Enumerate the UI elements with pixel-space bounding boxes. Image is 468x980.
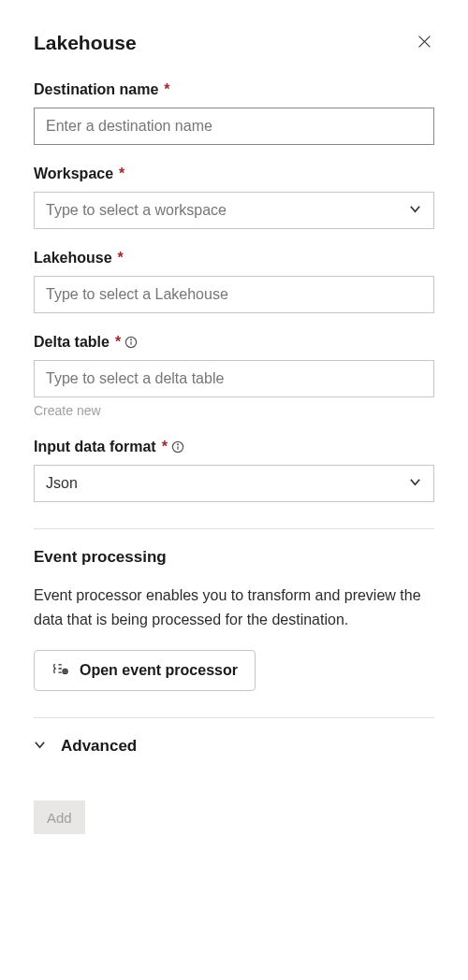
required-star: *: [119, 166, 124, 182]
svg-point-7: [177, 444, 178, 445]
delta-table-input[interactable]: [34, 360, 434, 397]
lakehouse-label: Lakehouse*: [34, 250, 434, 267]
create-new-link[interactable]: Create new: [34, 403, 434, 418]
svg-point-4: [131, 339, 132, 340]
destination-name-input[interactable]: [34, 108, 434, 145]
workspace-label: Workspace*: [34, 166, 434, 182]
divider: [34, 717, 434, 718]
info-icon[interactable]: [171, 440, 184, 454]
input-data-format-label: Input data format*: [34, 439, 434, 455]
workspace-input[interactable]: [34, 192, 434, 229]
advanced-toggle[interactable]: Advanced: [34, 737, 434, 756]
divider: [34, 528, 434, 529]
add-button: Add: [34, 800, 85, 834]
open-event-processor-label: Open event processor: [80, 662, 238, 679]
destination-name-label: Destination name*: [34, 81, 434, 98]
chevron-down-icon: [34, 738, 46, 755]
event-processor-icon: [51, 659, 70, 682]
required-star: *: [115, 334, 121, 351]
required-star: *: [164, 81, 169, 98]
delta-table-label: Delta table*: [34, 334, 434, 351]
lakehouse-input[interactable]: [34, 276, 434, 313]
panel-title: Lakehouse: [34, 32, 137, 54]
close-icon: [417, 36, 432, 52]
input-data-format-select[interactable]: Json: [34, 465, 434, 502]
workspace-select[interactable]: [34, 192, 434, 229]
advanced-title: Advanced: [61, 737, 137, 756]
required-star: *: [162, 439, 168, 455]
open-event-processor-button[interactable]: Open event processor: [34, 650, 256, 691]
event-processing-title: Event processing: [34, 548, 434, 567]
input-data-format-value[interactable]: Json: [34, 465, 434, 502]
close-button[interactable]: [415, 32, 434, 55]
event-processing-description: Event processor enables you to transform…: [34, 584, 434, 631]
info-icon[interactable]: [124, 336, 138, 349]
required-star: *: [118, 250, 124, 267]
